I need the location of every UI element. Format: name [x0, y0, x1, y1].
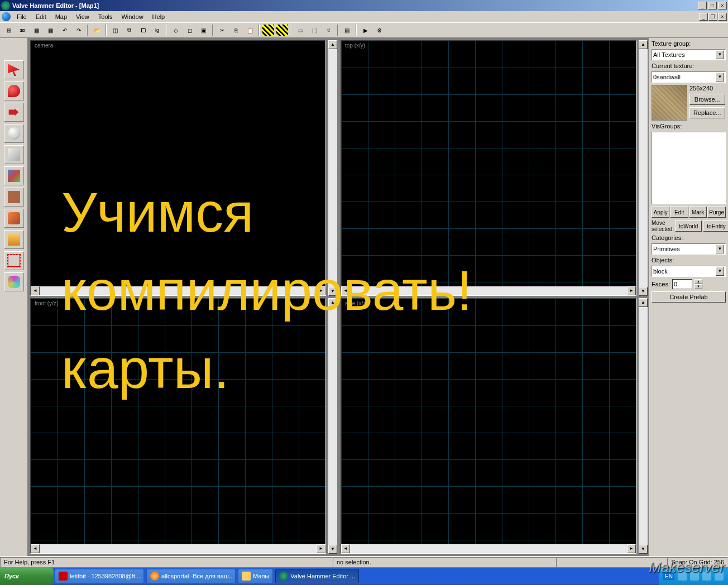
menu-edit[interactable]: Edit	[31, 12, 51, 21]
vertex-tool[interactable]	[4, 251, 24, 270]
viewport-vscroll[interactable]: ▲▼	[639, 40, 648, 296]
tb-group-icon[interactable]: ⧉	[123, 24, 136, 36]
viewport-hscroll[interactable]: ◄►	[341, 544, 636, 553]
decal-tool[interactable]	[4, 209, 24, 228]
menu-view[interactable]: View	[71, 12, 94, 21]
tb-grid-smaller-icon[interactable]: ▦	[30, 24, 43, 36]
hammer-icon	[279, 572, 288, 581]
faces-spinner[interactable]: ▲▼	[695, 279, 702, 289]
current-texture-dropdown[interactable]: 0sandwall ▼	[652, 71, 726, 83]
title-bar: Valve Hammer Editor - [Map1] _ □ ×	[0, 0, 728, 11]
current-texture-label: Current texture:	[652, 63, 726, 69]
tb-carve-icon[interactable]: ◫	[109, 24, 122, 36]
create-prefab-button[interactable]: Create Prefab	[652, 291, 726, 303]
viewport-label: top (x/y)	[342, 41, 368, 50]
toentity-button[interactable]: toEntity	[703, 220, 728, 232]
tb-clip-icon[interactable]: ◻	[183, 24, 196, 36]
task-item[interactable]: allcsportal -Все для ваш...	[146, 569, 236, 583]
tb-select-mode-icon[interactable]: ▭	[294, 24, 307, 36]
browse-button[interactable]: Browse...	[689, 94, 725, 105]
magnify-tool[interactable]	[4, 81, 24, 100]
texture-group-dropdown[interactable]: All Textures ▼	[652, 49, 726, 60]
tb-align-icon[interactable]: ▤	[341, 24, 353, 36]
replace-button[interactable]: Replace...	[689, 107, 725, 118]
visgroups-list[interactable]	[652, 132, 726, 204]
objects-dropdown[interactable]: block ▼	[652, 266, 726, 277]
tb-ig-icon[interactable]: ig	[151, 24, 164, 36]
menu-map[interactable]: Map	[51, 12, 71, 21]
task-item[interactable]: letitbit - 1253982808@ft...	[55, 569, 144, 583]
mdi-close-button[interactable]: ×	[718, 13, 727, 21]
menu-help[interactable]: Help	[148, 12, 170, 21]
mark-button[interactable]: Mark	[689, 207, 707, 218]
viewport-hscroll[interactable]: ◄►	[31, 544, 325, 553]
maximize-button[interactable]: □	[708, 2, 717, 9]
viewport-vscroll[interactable]: ▲▼	[328, 40, 337, 296]
texture-preview	[652, 85, 687, 121]
texture-tool[interactable]	[4, 166, 24, 185]
status-help: For Help, press F1	[0, 557, 333, 567]
clip-tool[interactable]	[4, 230, 24, 249]
tb-compile-icon[interactable]: ⚙	[373, 24, 386, 36]
status-bar: For Help, press F1 no selection. Snap: O…	[0, 556, 728, 567]
tb-cut-icon[interactable]: ✂	[215, 24, 228, 36]
menu-tools[interactable]: Tools	[94, 12, 117, 21]
block-tool[interactable]	[4, 145, 24, 164]
tb-select-touch-icon[interactable]: ⬚	[308, 24, 321, 36]
viewport-label: front (y/z)	[31, 299, 61, 308]
viewport-top[interactable]: top (x/y) ◄►	[341, 40, 636, 296]
tb-grid-icon[interactable]: ⊞	[2, 24, 15, 36]
viewport-vscroll[interactable]: ▲▼	[328, 298, 337, 554]
menu-file[interactable]: File	[12, 12, 31, 21]
viewport-camera[interactable]: camera ◄►	[30, 40, 326, 296]
texture-group-label: Texture group:	[652, 40, 726, 47]
apply-button[interactable]: Apply	[652, 207, 669, 218]
tb-paste-icon[interactable]: 📋	[243, 24, 256, 36]
tb-grid-larger-icon[interactable]: ▦	[44, 24, 57, 36]
visgroups-label: VisGroups:	[652, 123, 726, 130]
tb-3d-icon[interactable]: 3D	[16, 24, 29, 36]
mdi-minimize-button[interactable]: _	[699, 13, 708, 21]
tb-cordon-edit-icon[interactable]	[276, 24, 289, 36]
tb-hollow-icon[interactable]: ◇	[169, 24, 182, 36]
tb-cordon-icon[interactable]	[262, 24, 275, 36]
close-button[interactable]: ×	[718, 2, 727, 9]
faces-label: Faces:	[652, 281, 670, 287]
faces-input[interactable]	[672, 279, 692, 289]
tb-open-icon[interactable]: 📂	[90, 24, 103, 36]
globe-icon	[2, 12, 11, 21]
purge-button[interactable]: Purge	[707, 207, 726, 218]
tb-copy-icon[interactable]: ⎘	[229, 24, 242, 36]
camera-tool[interactable]	[4, 103, 24, 122]
tb-run-icon[interactable]: ▶	[359, 24, 372, 36]
tb-redo-icon[interactable]: ↷	[72, 24, 85, 36]
tb-vertex-icon[interactable]: ▣	[197, 24, 210, 36]
start-button[interactable]: Пуск	[0, 567, 54, 585]
selection-tool[interactable]	[4, 60, 24, 79]
viewport-side[interactable]: side (x/z) ◄►	[341, 298, 636, 554]
chevron-down-icon: ▼	[716, 50, 724, 59]
viewport-front[interactable]: front (y/z) ◄►	[30, 298, 326, 554]
tb-ungroup-icon[interactable]: ⧠	[137, 24, 150, 36]
move-selected-label: Move selected:	[652, 220, 674, 232]
tb-texture-lock-icon[interactable]: tl	[322, 24, 335, 36]
window-title: Valve Hammer Editor - [Map1]	[12, 2, 698, 9]
apply-texture-tool[interactable]	[4, 188, 24, 207]
tb-undo-icon[interactable]: ↶	[58, 24, 71, 36]
chevron-down-icon: ▼	[716, 244, 724, 253]
viewport-vscroll[interactable]: ▲▼	[639, 298, 648, 554]
menu-window[interactable]: Window	[117, 12, 147, 21]
edit-button[interactable]: Edit	[670, 207, 688, 218]
status-selection: no selection.	[333, 557, 556, 567]
toworld-button[interactable]: toWorld	[675, 220, 702, 232]
minimize-button[interactable]: _	[698, 2, 707, 9]
task-item-active[interactable]: Valve Hammer Editor ...	[275, 569, 359, 583]
entity-tool[interactable]	[4, 124, 24, 143]
firefox-icon	[150, 572, 159, 581]
viewport-hscroll[interactable]: ◄►	[341, 286, 636, 295]
viewport-hscroll[interactable]: ◄►	[31, 286, 325, 295]
categories-dropdown[interactable]: Primitives ▼	[652, 243, 726, 255]
mdi-restore-button[interactable]: ❐	[708, 13, 717, 21]
task-item[interactable]: Мапы	[238, 569, 273, 583]
path-tool[interactable]	[4, 272, 24, 291]
